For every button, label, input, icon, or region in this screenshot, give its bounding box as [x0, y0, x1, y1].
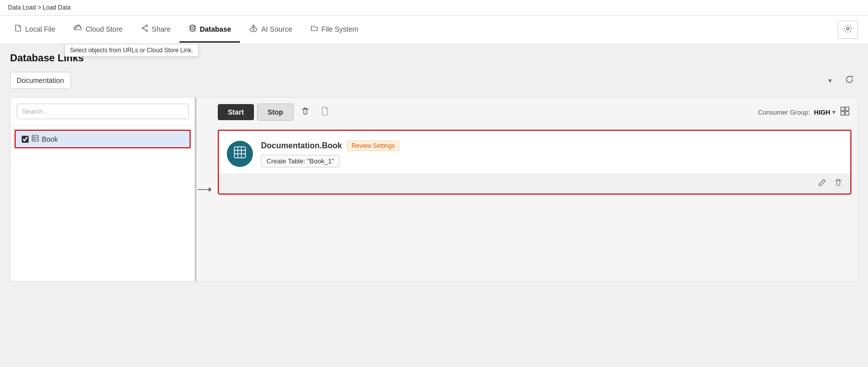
search-input[interactable]: [17, 104, 189, 119]
toolbar-row: Start Stop Consumer Group: HIGH ▾: [218, 104, 851, 121]
refresh-button[interactable]: [841, 73, 858, 88]
left-panel: Book: [11, 98, 197, 281]
tab-ai-source-label: AI Source: [261, 25, 292, 33]
db-selector-row: Documentation: [10, 72, 858, 89]
share-icon: [141, 24, 149, 34]
tab-local-file[interactable]: Local File: [5, 17, 64, 43]
consumer-group-label: Consumer Group:: [758, 109, 810, 116]
svg-point-5: [190, 25, 195, 27]
tabs-bar: Local File Cloud Store Share Database AI…: [0, 16, 868, 44]
svg-line-4: [143, 28, 146, 30]
main-panel: Book Start Stop Consumer Grou: [10, 97, 858, 282]
svg-rect-17: [845, 107, 849, 111]
tab-file-system-label: File System: [321, 25, 358, 33]
svg-rect-19: [845, 112, 849, 115]
tree-item-book[interactable]: Book: [15, 130, 191, 148]
start-button[interactable]: Start: [218, 104, 254, 120]
empty-area: [218, 200, 851, 275]
svg-point-1: [146, 30, 147, 31]
card-delete-button[interactable]: [832, 177, 844, 190]
right-panel: Start Stop Consumer Group: HIGH ▾: [212, 98, 857, 281]
card-title-row: Documentation.Book Review Settings: [261, 141, 842, 151]
card-subtitle: Create Table: "Book_1": [261, 155, 339, 167]
svg-point-0: [146, 25, 147, 26]
consumer-group-value: HIGH: [814, 109, 831, 116]
stop-button[interactable]: Stop: [257, 104, 294, 121]
cloud-store-tooltip: Select objects from URLs or Cloud Store …: [64, 44, 199, 57]
tab-cloud-store-label: Cloud Store: [85, 25, 123, 33]
svg-point-8: [253, 25, 254, 26]
local-file-icon: [14, 24, 22, 34]
breadcrumb: Data Load > Load Data: [0, 0, 868, 16]
svg-line-3: [143, 26, 146, 28]
tab-database-label: Database: [200, 25, 231, 33]
book-checkbox[interactable]: [22, 136, 29, 143]
svg-rect-10: [32, 135, 38, 141]
svg-rect-16: [841, 107, 844, 111]
database-icon: [189, 24, 197, 34]
tree-item-book-label: Book: [42, 135, 58, 143]
tab-local-file-label: Local File: [25, 25, 55, 33]
data-card: Documentation.Book Review Settings Creat…: [218, 130, 851, 195]
tab-cloud-store[interactable]: Cloud Store: [64, 18, 132, 42]
table-icon: [32, 135, 39, 143]
card-avatar-icon: [233, 146, 246, 162]
card-avatar: [227, 141, 253, 167]
svg-point-2: [142, 27, 143, 29]
tab-share[interactable]: Share: [132, 17, 180, 43]
grid-view-button[interactable]: [838, 105, 851, 120]
svg-point-7: [253, 29, 254, 30]
db-selector-wrapper: Documentation: [10, 72, 837, 89]
card-name: Documentation.Book: [261, 141, 342, 150]
db-selector[interactable]: Documentation: [10, 72, 71, 89]
ai-source-icon: [249, 24, 258, 34]
page-content: Database Links Documentation: [0, 44, 868, 361]
arrow-right: [197, 179, 212, 200]
card-info: Documentation.Book Review Settings Creat…: [261, 141, 842, 167]
tab-database[interactable]: Database: [180, 17, 240, 43]
doc-toolbar-button[interactable]: [317, 105, 333, 120]
breadcrumb-current: Load Data: [43, 4, 70, 11]
tabs-right: [833, 16, 863, 44]
settings-button[interactable]: [838, 21, 858, 39]
review-badge[interactable]: Review Settings: [347, 141, 399, 151]
consumer-group-dropdown-button[interactable]: ▾: [832, 109, 835, 116]
file-system-icon: [310, 24, 318, 34]
tab-ai-source[interactable]: AI Source: [240, 17, 301, 43]
breadcrumb-separator: >: [38, 4, 41, 11]
svg-point-9: [847, 28, 849, 30]
consumer-group: Consumer Group: HIGH ▾: [758, 109, 835, 116]
cloud-store-icon: [73, 25, 82, 34]
breadcrumb-parent[interactable]: Data Load: [8, 4, 36, 11]
card-footer: [219, 173, 850, 194]
search-box: [11, 98, 195, 126]
svg-rect-18: [841, 112, 844, 115]
svg-rect-20: [234, 147, 245, 158]
tab-share-label: Share: [152, 25, 170, 33]
card-body: Documentation.Book Review Settings Creat…: [219, 131, 850, 167]
tab-file-system[interactable]: File System: [301, 17, 367, 43]
delete-toolbar-button[interactable]: [297, 105, 314, 120]
card-edit-button[interactable]: [816, 177, 828, 190]
